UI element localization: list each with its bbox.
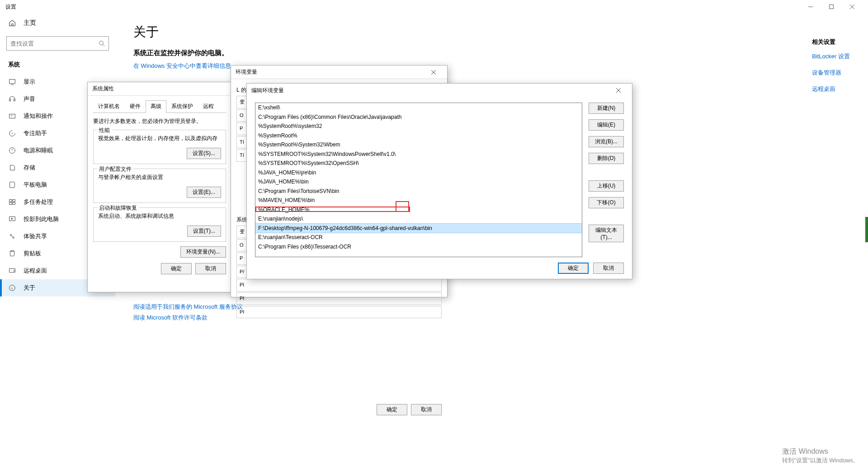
startup-settings-button[interactable]: 设置(T)... — [187, 226, 221, 237]
nav-icon — [8, 112, 16, 120]
sys-var-fragment: PI — [236, 292, 442, 305]
maximize-button[interactable] — [821, 0, 842, 14]
bitlocker-link[interactable]: BitLocker 设置 — [812, 52, 850, 61]
envvars-ok-button[interactable]: 确定 — [377, 404, 407, 415]
sysprops-ok-button[interactable]: 确定 — [161, 263, 192, 274]
related-settings: 相关设置 BitLocker 设置 设备管理器 远程桌面 — [812, 38, 850, 101]
path-entry[interactable]: %MAVEN_HOME%\bin — [255, 196, 582, 205]
sysprops-tab-4[interactable]: 远程 — [198, 100, 219, 113]
nav-label: 显示 — [24, 78, 35, 86]
path-entry[interactable]: %SystemRoot%\System32\Wbem — [255, 140, 582, 150]
move-up-button[interactable]: 上移(U) — [589, 180, 624, 192]
side-widget[interactable] — [865, 217, 868, 242]
path-entry[interactable]: %JAVA_HOME%\jre\bin — [255, 168, 582, 178]
sysprops-tab-3[interactable]: 系统保护 — [166, 100, 198, 113]
nav-label: 通知和操作 — [24, 112, 53, 120]
perf-title: 性能 — [97, 127, 112, 134]
envvars-title: 环境变量 — [236, 68, 257, 76]
sysprops-tab-0[interactable]: 计算机名 — [93, 100, 125, 113]
editenv-ok-button[interactable]: 确定 — [558, 263, 589, 274]
section-title: 系统 — [0, 59, 115, 73]
remote-desktop-link[interactable]: 远程桌面 — [812, 85, 850, 93]
nav-icon — [8, 129, 16, 137]
perf-settings-button[interactable]: 设置(S)... — [187, 148, 221, 159]
svg-rect-8 — [9, 99, 11, 101]
sysprops-tab-1[interactable]: 硬件 — [125, 100, 146, 113]
edit-text-button[interactable]: 编辑文本(T)... — [589, 225, 624, 242]
path-entry[interactable]: E:\ruanjian\nodejs\ — [255, 214, 582, 224]
editenv-cancel-button[interactable]: 取消 — [593, 263, 624, 274]
userprof-settings-button[interactable]: 设置(E)... — [187, 187, 221, 198]
startup-title: 启动和故障恢复 — [97, 204, 139, 212]
sysprops-cancel-button[interactable]: 取消 — [195, 263, 226, 274]
home-label: 主页 — [24, 19, 36, 27]
path-entry[interactable]: %JAVA_HOME%\bin — [255, 177, 582, 187]
nav-icon — [8, 215, 16, 223]
edit-button[interactable]: 编辑(E) — [589, 119, 624, 131]
path-entry[interactable]: %SystemRoot%\system32 — [255, 122, 582, 131]
svg-rect-10 — [9, 114, 15, 118]
search-box[interactable] — [6, 36, 109, 51]
nav-label: 声音 — [24, 95, 35, 103]
userprof-title: 用户配置文件 — [97, 165, 133, 173]
path-entry[interactable]: F:\Desktop\ffmpeg-N-100679-g24dc6d386c-w… — [255, 224, 582, 233]
search-icon — [99, 40, 105, 47]
editenv-close-button[interactable] — [609, 84, 627, 97]
svg-rect-9 — [14, 99, 15, 101]
envvars-cancel-button[interactable]: 取消 — [411, 404, 442, 415]
minimize-button[interactable] — [800, 0, 821, 14]
nav-label: 平板电脑 — [24, 181, 47, 189]
nav-icon — [8, 284, 16, 292]
nav-label: 存储 — [24, 164, 35, 172]
delete-button[interactable]: 删除(D) — [589, 153, 624, 164]
perf-desc: 视觉效果，处理器计划，内存使用，以及虚拟内存 — [98, 135, 221, 142]
close-button[interactable] — [842, 0, 863, 14]
new-button[interactable]: 新建(N) — [589, 103, 624, 114]
move-down-button[interactable]: 下移(O) — [589, 197, 624, 208]
path-entry[interactable]: %SystemRoot% — [255, 131, 582, 141]
path-entry[interactable]: C:\Program Files (x86)\Common Files\Orac… — [255, 113, 582, 122]
nav-icon — [8, 267, 16, 275]
sys-var-fragment: PI — [236, 306, 442, 319]
editenv-title: 编辑环境变量 — [251, 87, 284, 94]
svg-rect-15 — [10, 182, 15, 188]
svg-rect-19 — [13, 202, 15, 205]
sysprops-tab-2[interactable]: 高级 — [146, 100, 166, 113]
svg-rect-1 — [830, 5, 834, 9]
page-title: 关于 — [133, 24, 850, 41]
nav-label: 电源和睡眠 — [24, 146, 53, 155]
nav-label: 剪贴板 — [24, 249, 41, 258]
path-entry[interactable]: %SYSTEMROOT%\System32\WindowsPowerShell\… — [255, 150, 582, 159]
path-entry[interactable]: E:\xshell\ — [255, 103, 582, 113]
userprof-desc: 与登录帐户相关的桌面设置 — [98, 174, 221, 181]
protection-status: 系统正在监控并保护你的电脑。 — [133, 49, 850, 57]
path-entry[interactable]: C:\Program Files (x86)\Tesseract-OCR — [255, 242, 582, 252]
path-entry[interactable]: %SYSTEMROOT%\System32\OpenSSH\ — [255, 159, 582, 168]
browse-button[interactable]: 浏览(B)... — [589, 136, 624, 147]
nav-icon — [8, 95, 16, 103]
path-entry[interactable]: %ORACLE_HOME% — [255, 205, 582, 215]
nav-icon — [8, 198, 16, 206]
path-list[interactable]: E:\xshell\C:\Program Files (x86)\Common … — [255, 103, 582, 257]
nav-label: 体验共享 — [24, 232, 47, 240]
nav-label: 多任务处理 — [24, 198, 53, 206]
home-nav[interactable]: 主页 — [0, 14, 115, 33]
edit-env-var-dialog: 编辑环境变量 E:\xshell\C:\Program Files (x86)\… — [246, 83, 632, 279]
svg-point-12 — [12, 133, 13, 134]
nav-label: 投影到此电脑 — [24, 215, 59, 223]
path-entry[interactable]: C:\Program Files\TortoiseSVN\bin — [255, 187, 582, 196]
related-heading: 相关设置 — [812, 38, 850, 46]
sysprops-title: 系统属性 — [92, 85, 114, 93]
system-properties-dialog: 系统属性 计算机名硬件高级系统保护远程 要进行大多数更改，您必须作为管理员登录。… — [87, 82, 232, 292]
envvars-close-button[interactable] — [425, 66, 443, 79]
path-entry[interactable]: E:\ruanjian\Tesseract-OCR — [255, 233, 582, 242]
svg-rect-18 — [9, 202, 12, 205]
nav-label: 关于 — [24, 284, 35, 292]
search-input[interactable] — [10, 40, 99, 47]
svg-rect-20 — [9, 217, 15, 221]
device-manager-link[interactable]: 设备管理器 — [812, 69, 850, 77]
env-vars-button[interactable]: 环境变量(N)... — [180, 246, 226, 258]
activation-watermark: 激活 Windows 转到"设置"以激活 Windows。 — [782, 447, 859, 465]
home-icon — [8, 19, 16, 27]
watermark-line1: 激活 Windows — [782, 447, 859, 456]
